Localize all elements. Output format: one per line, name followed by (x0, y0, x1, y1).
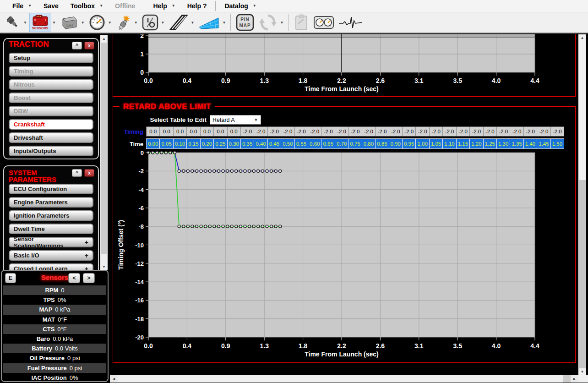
sidebar-item-setup[interactable]: Setup (9, 53, 93, 63)
time-cell[interactable]: 0.95 (403, 139, 416, 148)
time-cell[interactable]: 1.25 (484, 139, 497, 148)
time-cell[interactable]: 0.90 (389, 139, 403, 148)
dropdown-arrow-icon[interactable]: ▼ (52, 21, 56, 25)
top-chart[interactable]: 2100.00.40.91.31.82.22.63.13.54.04.4Time… (113, 34, 575, 96)
time-cell[interactable]: 0.15 (187, 139, 200, 148)
time-cell[interactable]: 0.10 (174, 139, 187, 148)
time-cell[interactable]: 0.75 (348, 139, 362, 148)
time-cell[interactable]: 1.35 (510, 139, 523, 148)
timing-cell[interactable]: -2.0 (389, 127, 403, 136)
scroll-up-icon[interactable]: ▲ (578, 34, 586, 41)
dropdown-arrow-icon[interactable]: ▼ (222, 21, 226, 25)
pin-map-tool-button[interactable]: PIN MAP (234, 13, 256, 32)
time-cell[interactable]: 0.85 (376, 139, 389, 148)
timing-cell[interactable]: -2.0 (348, 127, 362, 136)
timing-cell[interactable]: -2.0 (362, 127, 376, 136)
efi-ecu-tool-button[interactable]: EFI (58, 13, 80, 32)
time-cell[interactable]: 0.00 (147, 139, 160, 148)
menu-item-toolbox[interactable]: Toolbox▼ (65, 0, 109, 12)
time-cell[interactable]: 0.20 (201, 139, 214, 148)
retard-chart[interactable]: 0-2-4-6-8-10-12-14-16-18-200.00.40.91.31… (113, 150, 575, 362)
time-cell[interactable]: 0.60 (308, 139, 321, 148)
time-cell[interactable]: 0.45 (268, 139, 281, 148)
scroll-left-icon[interactable]: ◄ (110, 375, 118, 383)
time-cell[interactable]: 1.40 (524, 139, 537, 148)
scrollbar-thumb[interactable] (101, 43, 107, 254)
dropdown-arrow-icon[interactable]: ▼ (134, 21, 138, 25)
menu-item-file[interactable]: File▼ (6, 0, 38, 12)
horizontal-scrollbar[interactable]: ◄ ► (110, 375, 578, 383)
timing-cell[interactable]: -2.0 (470, 127, 483, 136)
timing-cell[interactable]: -2.0 (484, 127, 497, 136)
scroll-down-icon[interactable]: ▼ (578, 368, 586, 375)
scrollbar-thumb[interactable] (579, 180, 586, 371)
sidebar-item-engine-parameters[interactable]: Engine Parameters (9, 197, 93, 208)
timing-cell[interactable]: -2.0 (335, 127, 348, 136)
sensors-prev-button[interactable]: < (68, 273, 80, 283)
timing-cell[interactable]: 0.0 (174, 127, 187, 136)
menu-item-save[interactable]: Save (38, 0, 65, 12)
table-select-dropdown[interactable]: Retard A ▼ (210, 115, 261, 125)
timing-cell[interactable]: -2.0 (430, 127, 443, 136)
time-cell[interactable]: 0.70 (335, 139, 348, 148)
map-3d-tool-button[interactable] (196, 13, 221, 32)
belt-tool-button[interactable] (167, 13, 190, 32)
scroll-up-icon[interactable]: ▲ (100, 35, 108, 42)
dropdown-arrow-icon[interactable]: ▼ (191, 21, 195, 25)
scroll-right-icon[interactable]: ► (571, 375, 578, 383)
menu-item-datalog[interactable]: Datalog▼ (218, 0, 262, 12)
time-cell[interactable]: 1.30 (497, 139, 510, 148)
dropdown-arrow-icon[interactable]: ▼ (81, 21, 85, 25)
time-cell[interactable]: 1.20 (470, 139, 483, 148)
timing-cell[interactable]: -2.0 (321, 127, 335, 136)
timing-cell[interactable]: 0.0 (201, 127, 214, 136)
time-cell[interactable]: 0.55 (295, 139, 308, 148)
timing-cell[interactable]: -2.0 (268, 127, 281, 136)
timing-cell[interactable]: 0.0 (187, 127, 200, 136)
timing-cell[interactable]: -2.0 (551, 127, 564, 136)
time-cell[interactable]: 1.15 (457, 139, 470, 148)
waveform-tool-button[interactable] (337, 13, 364, 32)
sidebar-item-driveshaft[interactable]: Driveshaft (9, 132, 93, 143)
time-cell[interactable]: 0.35 (241, 139, 254, 148)
menu-item-help[interactable]: Help ? (181, 0, 213, 12)
timing-cell[interactable]: -2.0 (537, 127, 550, 136)
timing-cell[interactable]: -2.0 (524, 127, 537, 136)
dash-gauges-tool-button[interactable] (312, 13, 336, 32)
timing-cell[interactable]: -2.0 (281, 127, 294, 136)
sidebar-item-basic-i-o[interactable]: Basic I/O+ (9, 250, 93, 261)
sidebar-scrollbar[interactable]: ▲ ▼ (100, 35, 108, 270)
time-cell[interactable]: 0.30 (228, 139, 241, 148)
injector-tool-button[interactable] (3, 13, 22, 32)
timing-cell[interactable]: -2.0 (510, 127, 523, 136)
gauge-tool-button[interactable] (87, 13, 107, 32)
time-cell[interactable]: 1.05 (430, 139, 443, 148)
timing-cell[interactable]: 0.0 (147, 127, 160, 136)
timing-cell[interactable]: -2.0 (403, 127, 416, 136)
dropdown-arrow-icon[interactable]: ▼ (23, 21, 27, 25)
collapse-button[interactable]: ^ (72, 42, 82, 49)
spark-plug-tool-button[interactable] (114, 13, 133, 32)
time-cell[interactable]: 0.05 (160, 139, 173, 148)
timing-cell[interactable]: -2.0 (376, 127, 389, 136)
sidebar-item-crankshaft[interactable]: Crankshaft (9, 119, 93, 130)
timing-cell[interactable]: -2.0 (443, 127, 456, 136)
sidebar-item-ignition-parameters[interactable]: Ignition Parameters (9, 210, 93, 221)
collapse-button[interactable]: ^ (72, 169, 82, 177)
time-cell[interactable]: 1.45 (537, 139, 550, 148)
timing-cell[interactable]: 0.0 (160, 127, 173, 136)
timing-cell[interactable]: -2.0 (254, 127, 267, 136)
timing-cell[interactable]: -2.0 (308, 127, 321, 136)
scroll-down-icon[interactable]: ▼ (100, 263, 108, 270)
close-icon[interactable]: x (84, 169, 94, 177)
scrollbar-thumb[interactable] (118, 375, 563, 383)
vertical-scrollbar[interactable]: ▲ ▼ (578, 34, 586, 375)
sidebar-item-dwell-time[interactable]: Dwell Time (9, 224, 93, 234)
close-icon[interactable]: x (84, 42, 94, 49)
time-cell[interactable]: 0.25 (214, 139, 227, 148)
timing-cell[interactable]: 0.0 (228, 127, 241, 136)
timing-cell[interactable]: -2.0 (295, 127, 308, 136)
time-cell[interactable]: 0.80 (362, 139, 376, 148)
time-cell[interactable]: 1.10 (443, 139, 456, 148)
sidebar-item-inputs-outputs[interactable]: Inputs/Outputs (9, 146, 93, 156)
